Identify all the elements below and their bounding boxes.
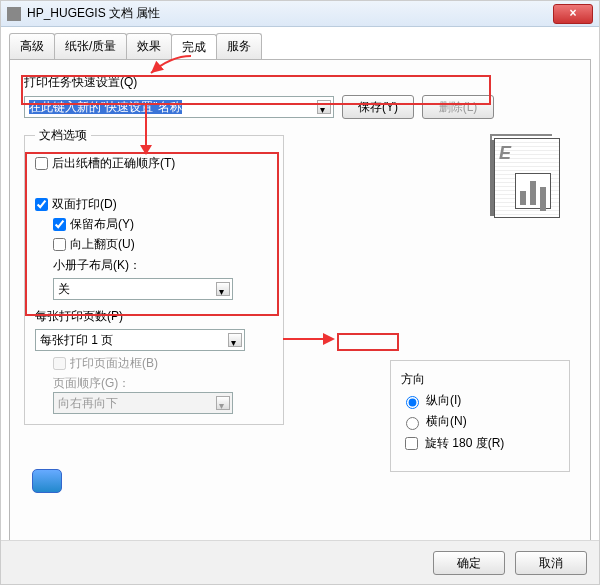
dialog-window: HP_HUGEGIS 文档 属性 × 高级 纸张/质量 效果 完成 服务 打印任…: [0, 0, 600, 585]
tab-strip: 高级 纸张/质量 效果 完成 服务: [1, 27, 599, 59]
tab-advanced[interactable]: 高级: [9, 33, 55, 59]
keep-layout-checkbox[interactable]: 保留布局(Y): [53, 216, 273, 233]
rotate-label: 旋转 180 度(R): [425, 435, 504, 452]
tab-finish[interactable]: 完成: [171, 34, 217, 60]
tab-panel: 打印任务快速设置(Q) 在此键入新的"快速设置"名称 保存(Y) 删除(L) 文…: [9, 59, 591, 554]
hp-logo-icon: [32, 469, 62, 493]
printer-icon: [7, 7, 21, 21]
duplex-label: 双面打印(D): [52, 196, 117, 213]
orientation-legend: 方向: [401, 371, 559, 388]
landscape-label: 横向(N): [426, 413, 467, 430]
cancel-button[interactable]: 取消: [515, 551, 587, 575]
flip-up-checkbox[interactable]: 向上翻页(U): [53, 236, 273, 253]
tab-service[interactable]: 服务: [216, 33, 262, 59]
rotate-checkbox[interactable]: 旋转 180 度(R): [401, 434, 559, 453]
landscape-input[interactable]: [406, 417, 419, 430]
chevron-down-icon: [216, 396, 230, 410]
booklet-value: 关: [58, 282, 70, 296]
ok-button[interactable]: 确定: [433, 551, 505, 575]
duplex-checkbox[interactable]: 双面打印(D): [35, 196, 273, 213]
flip-up-input[interactable]: [53, 238, 66, 251]
tab-paper-quality[interactable]: 纸张/质量: [54, 33, 127, 59]
print-border-label: 打印页面边框(B): [70, 355, 158, 372]
document-options-group: 文档选项 后出纸槽的正确顺序(T) 双面打印(D) 保留布局(Y): [24, 127, 284, 425]
chevron-down-icon: [317, 100, 331, 114]
portrait-radio[interactable]: 纵向(I): [401, 392, 559, 409]
rotate-input[interactable]: [405, 437, 418, 450]
window-title: HP_HUGEGIS 文档 属性: [27, 5, 553, 22]
portrait-label: 纵向(I): [426, 392, 461, 409]
booklet-combo[interactable]: 关: [53, 278, 233, 300]
quickset-combo-value: 在此键入新的"快速设置"名称: [29, 100, 182, 114]
rear-tray-label: 后出纸槽的正确顺序(T): [52, 155, 175, 172]
page-order-label: 页面顺序(G)：: [53, 375, 273, 392]
title-bar: HP_HUGEGIS 文档 属性 ×: [1, 1, 599, 27]
keep-layout-label: 保留布局(Y): [70, 216, 134, 233]
duplex-input[interactable]: [35, 198, 48, 211]
flip-up-label: 向上翻页(U): [70, 236, 135, 253]
delete-button[interactable]: 删除(L): [422, 95, 494, 119]
pages-per-sheet-label: 每张打印页数(P): [35, 308, 273, 325]
keep-layout-input[interactable]: [53, 218, 66, 231]
quickset-label: 打印任务快速设置(Q): [24, 74, 576, 91]
quickset-combo[interactable]: 在此键入新的"快速设置"名称: [24, 96, 334, 118]
dialog-footer: 确定 取消: [1, 540, 599, 584]
pages-per-sheet-combo[interactable]: 每张打印 1 页: [35, 329, 245, 351]
rear-tray-checkbox[interactable]: 后出纸槽的正确顺序(T): [35, 155, 273, 172]
print-border-input: [53, 357, 66, 370]
tab-effects[interactable]: 效果: [126, 33, 172, 59]
pages-per-sheet-value: 每张打印 1 页: [40, 333, 113, 347]
chevron-down-icon: [216, 282, 230, 296]
document-options-legend: 文档选项: [35, 127, 91, 144]
chevron-down-icon: [228, 333, 242, 347]
portrait-input[interactable]: [406, 396, 419, 409]
booklet-label: 小册子布局(K)：: [53, 257, 273, 274]
save-button[interactable]: 保存(Y): [342, 95, 414, 119]
print-border-checkbox: 打印页面边框(B): [53, 355, 273, 372]
document-preview-icon: E: [494, 138, 560, 218]
page-order-combo: 向右再向下: [53, 392, 233, 414]
rear-tray-input[interactable]: [35, 157, 48, 170]
orientation-group: 方向 纵向(I) 横向(N) 旋转 180 度(R): [390, 360, 570, 472]
close-button[interactable]: ×: [553, 4, 593, 24]
landscape-radio[interactable]: 横向(N): [401, 413, 559, 430]
page-order-value: 向右再向下: [58, 396, 118, 410]
